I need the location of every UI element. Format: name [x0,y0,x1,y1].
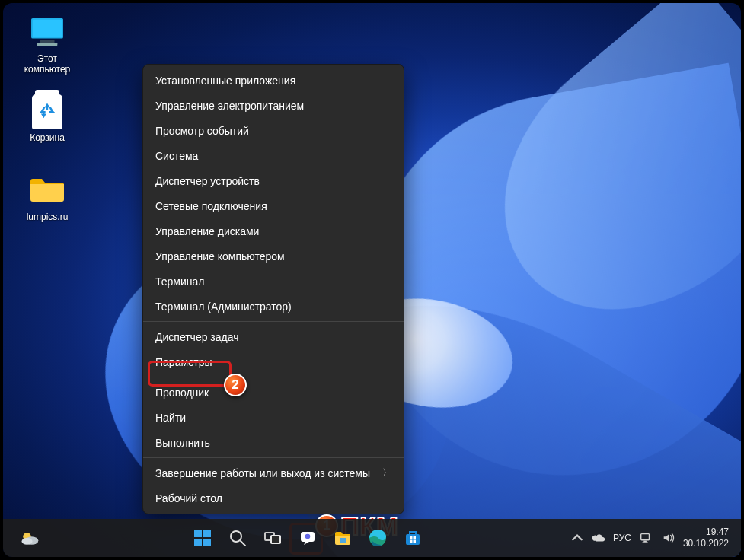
svg-rect-21 [414,536,417,539]
menu-item-installed-apps[interactable]: Установленные приложения [143,68,404,93]
folder-icon [29,172,65,208]
clock[interactable]: 19:47 30.10.2022 [683,527,729,549]
menu-item-network-connections[interactable]: Сетевые подключения [143,193,404,218]
desktop-icon-label: lumpics.ru [17,212,78,222]
start-context-menu: Установленные приложения Управление элек… [142,64,404,514]
tray-overflow-button[interactable] [570,531,584,545]
start-button[interactable] [187,522,219,554]
edge-button[interactable] [362,522,394,554]
menu-item-shutdown-signout[interactable]: Завершение работы или выход из системы〉 [143,460,404,485]
folder-icon [333,528,353,548]
cloud-icon [592,531,605,545]
clock-time: 19:47 [683,527,729,538]
search-icon [228,528,247,548]
desktop-icon-label: Этот компьютер [17,53,78,75]
svg-rect-25 [643,541,647,542]
menu-separator [143,377,404,377]
weather-icon [19,527,40,549]
system-tray: РУС 19:47 30.10.2022 [570,527,736,549]
tray-network-sound[interactable] [639,531,675,545]
windows-logo-icon [193,528,212,548]
svg-line-12 [241,541,245,546]
svg-point-6 [22,538,33,545]
chat-icon [298,528,318,548]
svg-rect-9 [194,539,202,546]
menu-separator [143,457,404,458]
window-frame: Этот компьютер Корзина lumpics.ru Устано… [0,0,744,560]
svg-rect-26 [642,542,647,542]
sound-icon [662,531,675,545]
edge-icon [368,528,388,548]
menu-item-system[interactable]: Система [143,143,404,168]
svg-rect-19 [406,534,420,545]
menu-item-desktop[interactable]: Рабочий стол [143,485,404,511]
task-view-icon [263,528,283,548]
svg-rect-2 [40,40,54,43]
desktop-icon-label: Корзина [17,132,78,143]
svg-rect-22 [410,540,413,543]
menu-item-run[interactable]: Выполнить [143,430,404,455]
menu-item-terminal-admin[interactable]: Терминал (Администратор) [143,294,404,319]
menu-item-search[interactable]: Найти [143,405,404,430]
menu-item-disk-management[interactable]: Управление дисками [143,218,404,243]
menu-item-terminal[interactable]: Терминал [143,269,404,294]
recycle-bin-icon [29,93,65,129]
store-button[interactable] [397,522,429,554]
chat-button[interactable] [292,522,324,554]
desktop-icon-recycle-bin[interactable]: Корзина [17,93,78,143]
svg-rect-8 [203,530,211,537]
store-icon [403,528,423,548]
monitor-icon [29,14,65,50]
menu-item-explorer[interactable]: Проводник [143,380,404,405]
svg-rect-17 [340,538,346,542]
desktop-icon-folder[interactable]: lumpics.ru [17,172,78,222]
explorer-button[interactable] [327,522,359,554]
svg-rect-23 [414,540,417,543]
desktop-icon-this-pc[interactable]: Этот компьютер [17,14,78,75]
language-indicator[interactable]: РУС [613,533,631,543]
svg-rect-24 [641,534,650,540]
svg-point-11 [231,531,241,542]
tray-onedrive[interactable] [592,531,605,545]
search-button[interactable] [222,522,254,554]
annotation-badge-2: 2 [224,374,247,396]
menu-item-task-manager[interactable]: Диспетчер задач [143,324,404,349]
svg-rect-10 [203,539,211,546]
menu-separator [143,321,404,322]
menu-item-computer-management[interactable]: Управление компьютером [143,243,404,269]
svg-rect-14 [271,536,280,543]
svg-rect-1 [33,20,62,37]
menu-item-settings[interactable]: Параметры [143,349,404,374]
task-view-button[interactable] [257,522,289,554]
chevron-right-icon: 〉 [382,466,391,479]
clock-date: 30.10.2022 [683,538,729,549]
chevron-up-icon [570,531,584,545]
taskbar: РУС 19:47 30.10.2022 [3,519,741,557]
taskbar-center [46,522,570,554]
network-icon [639,531,653,545]
svg-rect-3 [37,43,58,46]
svg-rect-7 [194,530,202,537]
menu-item-power-options[interactable]: Управление электропитанием [143,93,404,118]
svg-rect-20 [410,536,413,539]
menu-item-event-viewer[interactable]: Просмотр событий [143,118,404,143]
widgets-button[interactable] [14,522,46,554]
desktop[interactable]: Этот компьютер Корзина lumpics.ru Устано… [3,3,741,557]
menu-item-device-manager[interactable]: Диспетчер устройств [143,168,404,193]
